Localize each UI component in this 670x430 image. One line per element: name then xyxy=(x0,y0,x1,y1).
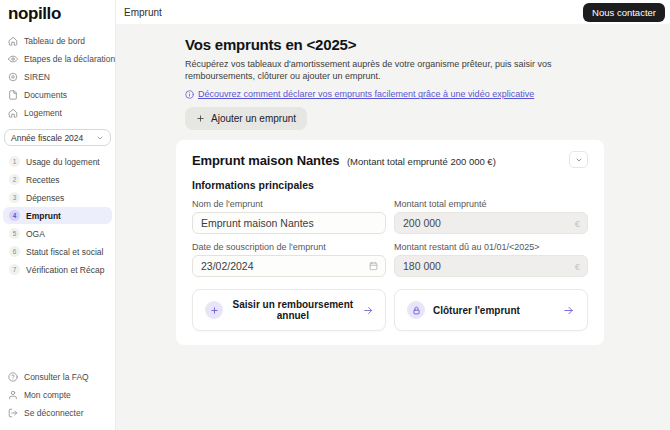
remaining-amount-input xyxy=(394,255,588,277)
sidebar-nav: Tableau de bord Etapes de la déclaration… xyxy=(0,32,115,122)
chevron-down-icon xyxy=(96,134,104,142)
loan-card-title-row: Emprunt maison Nantes (Montant total emp… xyxy=(192,151,496,169)
section-title: Informations principales xyxy=(192,179,588,191)
plus-icon xyxy=(196,114,205,123)
loan-card-title: Emprunt maison Nantes xyxy=(192,153,339,168)
subscription-date-input[interactable] xyxy=(192,255,386,277)
topbar: Emprunt Nous contacter xyxy=(116,0,670,24)
field-remaining-amount: Montant restant dû au 01/01/<2025> € xyxy=(394,242,588,277)
sidebar-step-depenses[interactable]: 3 Dépenses xyxy=(3,189,112,206)
video-help-link-row: Découvrez comment déclarer vos emprunts … xyxy=(185,89,604,99)
sidebar-item-mon-compte[interactable]: Mon compte xyxy=(0,386,115,404)
dashboard-home-icon xyxy=(8,36,18,46)
step-number: 3 xyxy=(9,192,20,203)
sidebar-step-usage-du-logement[interactable]: 1 Usage du logement xyxy=(3,153,112,170)
step-label: Recettes xyxy=(26,175,60,185)
add-loan-button-label: Ajouter un emprunt xyxy=(211,113,296,124)
info-icon xyxy=(185,90,194,99)
action-label: Saisir un remboursement annuel xyxy=(231,299,355,321)
loan-card-header: Emprunt maison Nantes (Montant total emp… xyxy=(192,151,588,169)
sidebar-item-label: Logement xyxy=(24,108,62,118)
sidebar-step-emprunt[interactable]: 4 Emprunt xyxy=(3,207,112,224)
subscription-date-label: Date de souscription de l'emprunt xyxy=(192,242,386,252)
close-loan-button[interactable]: Clôturer l'emprunt xyxy=(394,289,588,331)
field-subscription-date: Date de souscription de l'emprunt xyxy=(192,242,386,277)
fiscal-year-select[interactable]: Année fiscale 2024 xyxy=(4,129,111,146)
content: Vos emprunts en <2025> Récupérez vos tab… xyxy=(116,24,670,430)
add-loan-button[interactable]: Ajouter un emprunt xyxy=(185,107,307,130)
eye-icon xyxy=(8,54,18,64)
step-label: Emprunt xyxy=(26,211,61,221)
arrow-right-icon xyxy=(562,305,575,316)
loan-name-label: Nom de l'emprunt xyxy=(192,199,386,209)
step-label: Statut fiscal et social xyxy=(26,247,103,257)
sidebar-step-statut-fiscal[interactable]: 6 Statut fiscal et social xyxy=(3,243,112,260)
document-icon xyxy=(8,90,18,100)
step-number: 6 xyxy=(9,246,20,257)
sidebar-item-label: Se déconnecter xyxy=(24,408,84,418)
sidebar-item-siren[interactable]: SIREN xyxy=(0,68,115,86)
sidebar-steps: 1 Usage du logement 2 Recettes 3 Dépense… xyxy=(0,152,115,279)
step-number: 5 xyxy=(9,228,20,239)
target-icon xyxy=(8,72,18,82)
contact-us-button[interactable]: Nous contacter xyxy=(583,3,665,22)
loan-card-amount-note: (Montant total emprunté 200 000 €) xyxy=(347,156,496,167)
loan-actions: Saisir un remboursement annuel Clôturer … xyxy=(192,289,588,331)
brand-logo: nopillo xyxy=(0,0,115,25)
plus-icon xyxy=(205,301,223,319)
sidebar-step-recettes[interactable]: 2 Recettes xyxy=(3,171,112,188)
loan-form-grid: Nom de l'emprunt Montant total emprunté … xyxy=(192,199,588,277)
sidebar-step-oga[interactable]: 5 OGA xyxy=(3,225,112,242)
sidebar-item-label: Tableau de bord xyxy=(24,36,85,46)
step-number: 2 xyxy=(9,174,20,185)
video-help-link[interactable]: Découvrez comment déclarer vos emprunts … xyxy=(198,89,534,99)
field-total-borrowed: Montant total emprunté € xyxy=(394,199,588,234)
arrow-right-icon xyxy=(363,305,373,316)
sidebar-item-label: Documents xyxy=(24,90,67,100)
collapse-card-button[interactable] xyxy=(569,151,588,168)
logout-icon xyxy=(8,408,18,418)
sidebar-item-se-deconnecter[interactable]: Se déconnecter xyxy=(0,404,115,422)
main-area: Emprunt Nous contacter Vos emprunts en <… xyxy=(116,0,670,430)
step-label: OGA xyxy=(26,229,45,239)
sidebar-item-label: Mon compte xyxy=(24,390,71,400)
page-subtitle: Récupérez vos tableaux d'amortissement a… xyxy=(185,58,604,82)
step-number: 1 xyxy=(9,156,20,167)
page-intro: Vos emprunts en <2025> Récupérez vos tab… xyxy=(185,36,604,130)
step-number: 4 xyxy=(9,210,20,221)
sidebar-step-verification-recap[interactable]: 7 Vérification et Récap xyxy=(3,261,112,278)
step-label: Dépenses xyxy=(26,193,64,203)
step-label: Vérification et Récap xyxy=(26,265,104,275)
house-icon xyxy=(8,108,18,118)
total-borrowed-input xyxy=(394,212,588,234)
app-window: nopillo Tableau de bord Etapes de la déc… xyxy=(0,0,670,430)
sidebar-footer: Consulter la FAQ Mon compte Se déconnect… xyxy=(0,368,115,430)
remaining-amount-label: Montant restant dû au 01/01/<2025> xyxy=(394,242,588,252)
breadcrumb: Emprunt xyxy=(124,7,162,18)
sidebar-item-tableau-de-bord[interactable]: Tableau de bord xyxy=(0,32,115,50)
question-icon xyxy=(8,372,18,382)
step-label: Usage du logement xyxy=(26,157,100,167)
sidebar-item-etapes-declaration[interactable]: Etapes de la déclaration xyxy=(0,50,115,68)
action-label: Clôturer l'emprunt xyxy=(433,305,520,316)
step-number: 7 xyxy=(9,264,20,275)
loan-card: Emprunt maison Nantes (Montant total emp… xyxy=(176,140,604,345)
lock-icon xyxy=(407,301,425,319)
loan-name-input[interactable] xyxy=(192,212,386,234)
total-borrowed-label: Montant total emprunté xyxy=(394,199,588,209)
page-title: Vos emprunts en <2025> xyxy=(185,36,604,53)
field-loan-name: Nom de l'emprunt xyxy=(192,199,386,234)
add-annual-repayment-button[interactable]: Saisir un remboursement annuel xyxy=(192,289,386,331)
user-icon xyxy=(8,390,18,400)
sidebar-item-logement[interactable]: Logement xyxy=(0,104,115,122)
sidebar-item-faq[interactable]: Consulter la FAQ xyxy=(0,368,115,386)
sidebar-item-label: Consulter la FAQ xyxy=(24,372,89,382)
fiscal-year-value: Année fiscale 2024 xyxy=(11,133,83,143)
chevron-down-icon xyxy=(575,156,583,164)
sidebar-item-label: Etapes de la déclaration xyxy=(24,54,115,64)
sidebar: nopillo Tableau de bord Etapes de la déc… xyxy=(0,0,116,430)
sidebar-item-label: SIREN xyxy=(24,72,50,82)
sidebar-item-documents[interactable]: Documents xyxy=(0,86,115,104)
